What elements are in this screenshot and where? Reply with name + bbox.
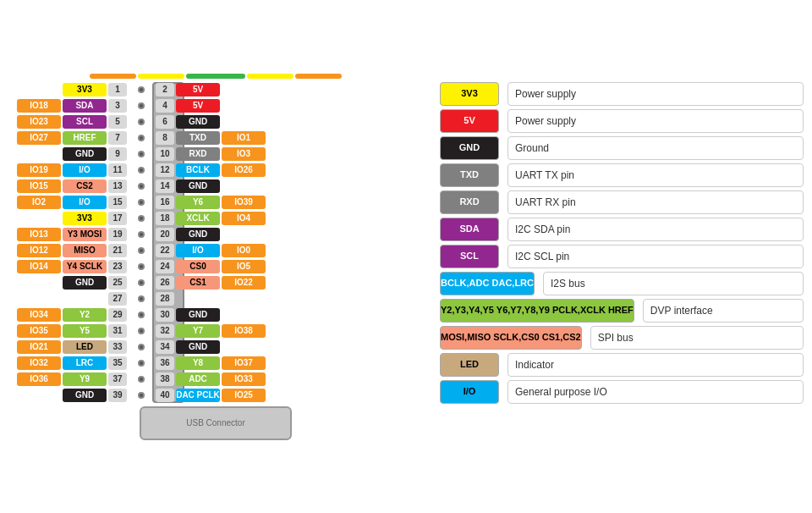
left-func: GND <box>63 276 107 290</box>
right-pin-number: 24 <box>156 260 174 273</box>
left-func: Y3 MOSI <box>63 228 107 241</box>
header-pin-no <box>186 74 245 79</box>
right-func: Y8 <box>176 356 220 370</box>
connector-dot <box>129 247 154 254</box>
pinout-header <box>17 74 414 79</box>
legend-badge-led: LED <box>440 353 499 377</box>
pin-row: IO2I/O1516Y6IO39 <box>17 195 414 210</box>
left-func: LRC <box>63 356 107 370</box>
left-func: LED <box>63 340 107 354</box>
right-func: GND <box>176 179 220 193</box>
right-pin-number: 10 <box>156 147 174 161</box>
right-func: GND <box>176 115 220 129</box>
right-gpio <box>222 308 266 322</box>
pin-row: IO35Y53132Y7IO38 <box>17 323 414 339</box>
left-gpio: IO13 <box>17 228 61 241</box>
right-gpio: IO5 <box>222 260 266 273</box>
right-func: BCLK <box>176 163 220 177</box>
right-gpio: IO39 <box>222 196 266 209</box>
left-gpio: IO19 <box>17 163 61 177</box>
pin-row: GND2526CS1IO22 <box>17 275 414 290</box>
right-pin-number: 8 <box>156 131 174 145</box>
left-gpio: IO15 <box>17 179 61 193</box>
legend-description-scl: I2C SCL pin <box>508 245 804 268</box>
left-func: GND <box>63 389 107 402</box>
legend-badge-io: I/O <box>440 380 499 404</box>
pin-row: IO15CS21314GND <box>17 179 414 194</box>
pin-row: IO18SDA345V <box>17 98 414 113</box>
right-func: ADC <box>176 372 220 386</box>
legend-description-txd: UART TX pin <box>508 163 804 187</box>
right-gpio: IO33 <box>222 372 266 386</box>
pin-row: IO34Y22930GND <box>17 307 414 323</box>
left-func: Y5 <box>63 324 107 338</box>
legend-item-scl: SCLI2C SCL pin <box>440 245 804 268</box>
connector-dot <box>129 360 154 367</box>
pins-area: 3V3125VIO18SDA345VIO23SCL56GNDIO27HREF78… <box>17 82 414 403</box>
right-func: 5V <box>176 99 220 113</box>
legend-item-5v: 5VPower supply <box>440 109 804 133</box>
left-func: HREF <box>63 131 107 145</box>
legend-badge-rxd: RXD <box>440 190 499 214</box>
legend-section: 3V3Power supply5VPower supplyGNDGroundTX… <box>440 74 804 440</box>
right-gpio <box>222 115 266 129</box>
left-gpio: IO21 <box>17 340 61 354</box>
left-pin-number: 1 <box>108 83 127 97</box>
right-gpio <box>222 99 266 113</box>
legend-description-spi: SPI bus <box>590 326 804 350</box>
pin-row: IO32LRC3536Y8IO37 <box>17 356 414 371</box>
left-pin-number: 21 <box>108 244 127 257</box>
left-gpio <box>17 147 61 161</box>
pin-row: IO21LED3334GND <box>17 339 414 355</box>
right-func: GND <box>176 228 220 241</box>
right-func: I/O <box>176 244 220 257</box>
connector-dot <box>129 119 154 125</box>
right-func: CS0 <box>176 260 220 273</box>
legend-item-txd: TXDUART TX pin <box>440 163 804 187</box>
left-func: MISO <box>63 244 107 257</box>
left-gpio <box>17 389 61 402</box>
connector-dot <box>129 376 154 383</box>
pin-row: GND910RXDIO3 <box>17 146 414 162</box>
pin-row: IO23SCL56GND <box>17 114 414 130</box>
legend-badge-3v3: 3V3 <box>440 82 499 106</box>
connector-dot <box>129 295 154 302</box>
pin-row: 3V31718XCLKIO4 <box>17 211 414 226</box>
legend-badge-gnd: GND <box>440 136 499 160</box>
left-func: SDA <box>63 99 107 113</box>
right-gpio: IO4 <box>222 212 266 225</box>
left-pin-number: 5 <box>108 115 127 129</box>
right-func: Y6 <box>176 196 220 209</box>
legend-badge-txd: TXD <box>440 163 499 187</box>
legend-item-io: I/OGeneral purpose I/O <box>440 380 804 404</box>
left-pin-number: 25 <box>108 276 127 290</box>
connector-dot <box>129 183 154 190</box>
left-gpio: IO2 <box>17 196 61 209</box>
connector-dot <box>129 167 154 174</box>
connector-dot <box>129 231 154 238</box>
right-gpio: IO22 <box>222 276 266 290</box>
left-gpio: IO23 <box>17 115 61 129</box>
legend-badge-sda: SDA <box>440 218 499 241</box>
right-pin-number: 18 <box>156 212 174 225</box>
legend-item-dvp: Y2,Y3,Y4,Y5 Y6,Y7,Y8,Y9 PCLK,XCLK HREFDV… <box>440 299 804 323</box>
right-gpio <box>222 83 266 97</box>
left-gpio: IO14 <box>17 260 61 273</box>
right-func <box>176 292 220 306</box>
left-func: GND <box>63 147 107 161</box>
right-func: Y7 <box>176 324 220 338</box>
right-func: CS1 <box>176 276 220 290</box>
connector-dot <box>129 392 154 399</box>
right-gpio: IO26 <box>222 163 266 177</box>
right-pin-number: 16 <box>156 196 174 209</box>
right-func: DAC PCLK <box>176 389 220 402</box>
right-gpio: IO1 <box>222 131 266 145</box>
left-func: Y2 <box>63 308 107 322</box>
right-pin-number: 22 <box>156 244 174 257</box>
pin-row: GND3940DAC PCLKIO25 <box>17 388 414 403</box>
header-gpio-left <box>90 74 136 79</box>
left-gpio <box>17 276 61 290</box>
connector-dot <box>129 263 154 270</box>
connector-dot <box>129 151 154 157</box>
header-func-left <box>138 74 184 79</box>
